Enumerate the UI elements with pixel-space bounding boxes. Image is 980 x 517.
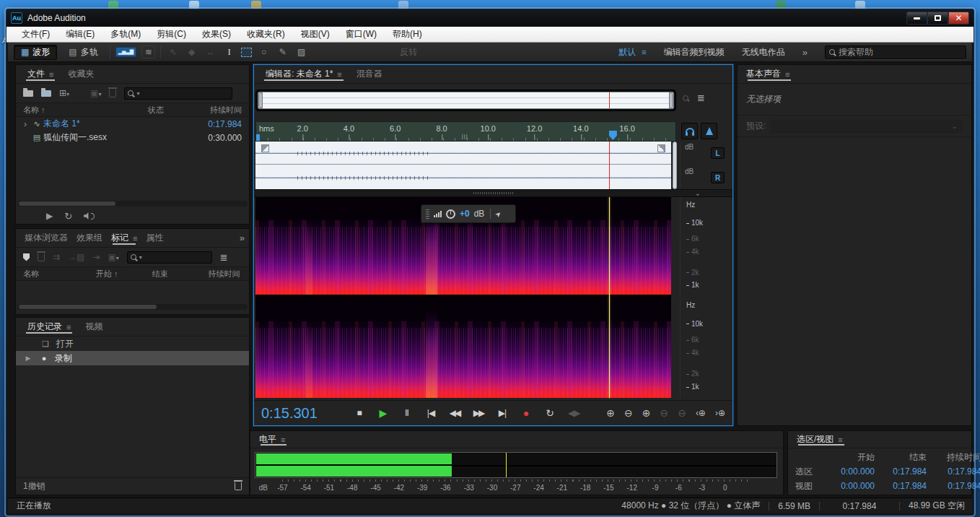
file-row[interactable]: › ∿ 未命名 1* 0:17.984 [16, 117, 249, 131]
loop-preview-icon[interactable]: ↻ [64, 211, 72, 222]
auto-play-speaker-icon[interactable] [84, 212, 95, 220]
insert-into-multitrack-icon[interactable]: ▣▾ [90, 88, 101, 98]
tab-selection-view[interactable]: 选区/视图 ≡ [792, 431, 850, 448]
tab-mixer[interactable]: 混音器 [349, 65, 390, 83]
multitrack-view-button[interactable]: ▤ 多轨 [62, 45, 104, 60]
zoom-out-time-button[interactable]: ⊖ [660, 407, 668, 419]
zoom-reset-button[interactable]: ⊖ [678, 407, 686, 419]
navigator-right-handle[interactable] [669, 92, 673, 108]
scrollbar-thumb[interactable] [19, 201, 115, 206]
tab-levels[interactable]: 电平 ≡ [255, 431, 292, 448]
col-status[interactable]: 状态 [148, 105, 188, 116]
pin-icon[interactable]: ➤ [494, 209, 504, 219]
insert-marker-icon[interactable]: →▤ [68, 252, 84, 262]
clear-history-icon[interactable] [235, 482, 242, 490]
skip-selection-button[interactable]: ◀▶ [568, 408, 579, 418]
show-spectral-toggle[interactable]: ≋ [141, 45, 155, 58]
zoom-in-time-button[interactable]: ⊕ [642, 407, 651, 419]
export-marker-audio-icon[interactable]: ⇥ [92, 252, 100, 262]
selection-start-handle[interactable] [256, 134, 260, 141]
amplitude-scrollbar[interactable] [673, 142, 677, 189]
file-name[interactable]: 狐仙传闻一.sesx [43, 131, 191, 144]
history-item[interactable]: ❏ 打开 [16, 336, 249, 351]
tab-media-browser[interactable]: 媒体浏览器 [20, 229, 72, 247]
fast-forward-button[interactable]: ▶▶ [473, 408, 484, 418]
tab-files[interactable]: 文件 ≡ [20, 65, 61, 83]
col-duration[interactable]: 持续时间 [188, 105, 242, 116]
waveform-view-button[interactable]: ▦ 波形 [14, 45, 57, 60]
move-tool-icon[interactable]: ⇖ [166, 47, 180, 57]
record-button[interactable]: ● [520, 407, 532, 419]
menu-window[interactable]: 窗口(W) [338, 27, 385, 42]
import-markers-icon[interactable]: ▣▾ [108, 252, 118, 262]
metronome-button[interactable] [701, 123, 717, 139]
maximize-button[interactable] [927, 12, 948, 25]
minimize-button[interactable] [906, 12, 927, 25]
marquee-selection-tool-icon[interactable] [241, 48, 252, 57]
import-file-icon[interactable] [41, 90, 51, 97]
channel-left-button[interactable]: L [711, 147, 725, 159]
open-file-icon[interactable] [23, 90, 33, 97]
menu-clip[interactable]: 剪辑(C) [149, 27, 194, 42]
files-search-input[interactable] [142, 89, 229, 97]
panel-menu-icon[interactable]: ≡ [281, 435, 285, 444]
marker-list-icon[interactable]: ≣ [220, 252, 228, 263]
panel-menu-icon[interactable]: ≡ [49, 70, 53, 79]
col-start[interactable]: 开始 ↑ [96, 269, 152, 279]
view-duration[interactable]: 0:17.984 [927, 481, 980, 491]
delete-file-icon[interactable] [109, 90, 116, 97]
selection-end[interactable]: 0:17.984 [875, 466, 927, 477]
playhead-time[interactable]: 0:15.301 [261, 405, 354, 422]
markers-horizontal-scrollbar[interactable] [17, 304, 248, 310]
splitter-grip[interactable] [473, 192, 514, 194]
menu-multitrack[interactable]: 多轨(M) [102, 27, 149, 42]
files-search-box[interactable]: ▾ [124, 87, 232, 100]
hud-grip[interactable] [426, 209, 429, 219]
gain-knob[interactable] [446, 209, 455, 219]
new-item-icon[interactable]: ⊞▾ [59, 88, 69, 98]
view-end[interactable]: 0:17.984 [875, 481, 927, 491]
selection-start[interactable]: 0:00.000 [823, 466, 875, 477]
lasso-selection-tool-icon[interactable]: ○ [257, 47, 271, 57]
spot-healing-brush-tool-icon[interactable]: ▨ [294, 47, 308, 57]
tab-effects-rack[interactable]: 效果组 [72, 229, 107, 247]
selection-duration[interactable]: 0:17.984 [927, 466, 980, 477]
preset-dropdown[interactable]: ⌄ [771, 120, 963, 133]
paintbrush-selection-tool-icon[interactable]: ✎ [276, 47, 289, 57]
workspace-overflow-icon[interactable]: » [802, 47, 808, 58]
skip-to-end-button[interactable]: ▶| [496, 408, 508, 418]
delete-marker-icon[interactable] [38, 253, 45, 261]
zoom-in-selection-left-button[interactable]: ‹⊕ [696, 408, 706, 418]
col-duration[interactable]: 持续时间 [208, 269, 242, 279]
markers-search-input[interactable] [145, 253, 209, 261]
timeline-ruler[interactable]: hms 2.0 4.0 6.0 8.0 10.0 12.0 14.0 16.0 … [255, 121, 676, 142]
navigator-left-handle[interactable] [258, 92, 263, 108]
menu-effects[interactable]: 效果(S) [194, 27, 239, 42]
slip-tool-icon[interactable]: ↔ [204, 47, 217, 57]
menu-file[interactable]: 文件(F) [14, 27, 58, 42]
files-horizontal-scrollbar[interactable] [17, 201, 248, 207]
expander-icon[interactable]: › [20, 119, 30, 129]
show-waveform-toggle[interactable]: ▂▅▃▇ [115, 47, 137, 57]
workspace-item-edit-audio-video[interactable]: 编辑音频到视频 [664, 46, 725, 58]
reverse-button[interactable]: 反转 [400, 46, 417, 58]
channel-right-button[interactable]: R [711, 172, 725, 183]
tab-video[interactable]: 视频 [78, 318, 110, 336]
menu-help[interactable]: 帮助(H) [385, 27, 430, 42]
file-name[interactable]: 未命名 1* [43, 118, 191, 130]
fade-in-handle[interactable] [261, 144, 269, 152]
help-search-box[interactable] [825, 45, 966, 59]
menu-favorites[interactable]: 收藏夹(R) [239, 27, 293, 42]
tabs-overflow-icon[interactable]: » [240, 233, 245, 243]
tab-favorites[interactable]: 收藏夹 [61, 65, 101, 83]
col-end[interactable]: 结束 [152, 269, 209, 279]
fade-out-handle[interactable] [657, 144, 665, 152]
tab-markers[interactable]: 标记 ≡ [107, 229, 141, 247]
rewind-button[interactable]: ◀◀ [449, 408, 460, 418]
panel-menu-icon[interactable]: ≡ [66, 323, 71, 331]
stop-button[interactable]: ■ [354, 408, 365, 418]
razor-tool-icon[interactable]: ◆ [185, 47, 198, 57]
panel-menu-icon[interactable]: ≡ [838, 435, 842, 444]
overview-navigator[interactable] [255, 90, 676, 111]
scrollbar-thumb[interactable] [19, 305, 157, 309]
